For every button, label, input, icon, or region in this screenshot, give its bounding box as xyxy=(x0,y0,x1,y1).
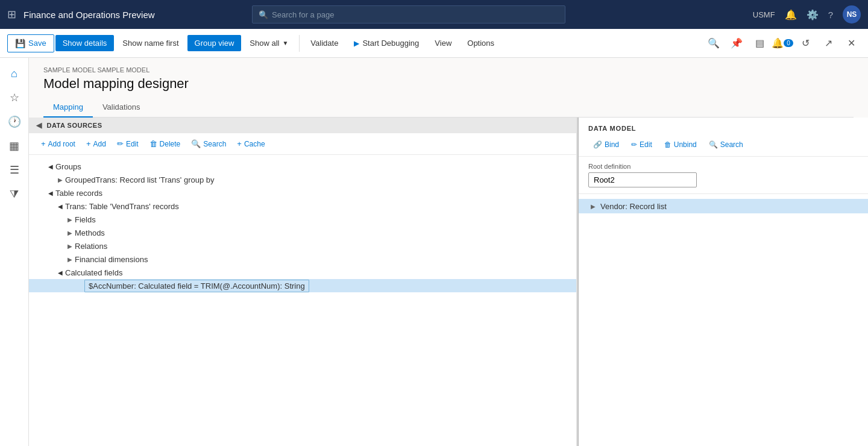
expand-icon-trans: ◀ xyxy=(55,201,65,211)
options-button[interactable]: Options xyxy=(460,35,502,51)
app-title: Finance and Operations Preview xyxy=(24,10,155,20)
toolbar-right: 🔍 📌 ▤ 🔔 0 ↺ ↗ ✕ xyxy=(704,34,861,53)
tree-item-methods[interactable]: ▶ Methods xyxy=(29,226,576,239)
show-all-dropdown[interactable]: Show all ▼ xyxy=(242,35,295,51)
root-definition-section: Root definition xyxy=(579,157,868,194)
page-title: Model mapping designer xyxy=(43,76,854,92)
bind-button[interactable]: 🔗 Bind xyxy=(588,138,624,151)
sidebar-item-favorites[interactable]: ☆ xyxy=(4,87,25,108)
top-nav: ⊞ Finance and Operations Preview 🔍 USMF … xyxy=(0,0,868,29)
data-model-pane: DATA MODEL 🔗 Bind ✏ Edit 🗑 Unbind xyxy=(579,118,868,446)
grid-icon[interactable]: ⊞ xyxy=(7,8,16,21)
user-org[interactable]: USMF xyxy=(753,10,775,19)
tree-item-groups[interactable]: ◀ Groups xyxy=(29,160,576,173)
refresh-button[interactable]: ↺ xyxy=(796,34,815,53)
unbind-button[interactable]: 🗑 Unbind xyxy=(659,138,702,151)
global-search-input[interactable] xyxy=(272,10,559,19)
start-debugging-button[interactable]: ▶ Start Debugging xyxy=(347,35,426,51)
sidebar-item-home[interactable]: ⌂ xyxy=(4,63,25,84)
split-pane: ◀ DATA SOURCES + Add root + Add ✏ Edit xyxy=(29,118,868,446)
tree-item-relations[interactable]: ▶ Relations xyxy=(29,239,576,253)
add-root-button[interactable]: + Add root xyxy=(36,137,80,151)
page-header: SAMPLE MODEL SAMPLE MODEL Model mapping … xyxy=(29,58,868,118)
expand-icon-fields: ▶ xyxy=(65,215,75,224)
cache-icon: + xyxy=(237,139,242,148)
show-all-button[interactable]: Show all ▼ xyxy=(242,35,295,51)
group-view-button[interactable]: Group view xyxy=(187,35,242,51)
dm-tree-item-vendor[interactable]: ▶ Vendor: Record list xyxy=(579,199,868,213)
data-model-toolbar: 🔗 Bind ✏ Edit 🗑 Unbind 🔍 Search xyxy=(579,136,868,157)
bind-icon: 🔗 xyxy=(593,140,602,149)
tab-mapping[interactable]: Mapping xyxy=(43,98,93,118)
panel-icon[interactable]: ▤ xyxy=(750,34,769,53)
content-area: SAMPLE MODEL SAMPLE MODEL Model mapping … xyxy=(29,58,868,446)
tree-item-acc-number[interactable]: $AccNumber: Calculated field = TRIM(@.Ac… xyxy=(29,279,576,292)
breadcrumb: SAMPLE MODEL SAMPLE MODEL xyxy=(43,66,854,74)
expand-icon-groups: ◀ xyxy=(46,162,55,171)
help-icon[interactable]: ? xyxy=(828,10,833,20)
ds-search-icon: 🔍 xyxy=(191,139,201,148)
edit-button[interactable]: ✏ Edit xyxy=(112,137,143,151)
show-details-button[interactable]: Show details xyxy=(55,35,115,51)
bell-icon[interactable]: 🔔 xyxy=(785,9,797,20)
dm-search-button[interactable]: 🔍 Search xyxy=(704,138,748,151)
tree-item-financial-dimensions[interactable]: ▶ Financial dimensions xyxy=(29,253,576,266)
view-button[interactable]: View xyxy=(427,35,459,51)
sidebar-item-list[interactable]: ☰ xyxy=(4,159,25,181)
tree-item-trans[interactable]: ◀ Trans: Table 'VendTrans' records xyxy=(29,199,576,213)
add-root-icon: + xyxy=(41,139,46,148)
expand-icon-grouped-trans: ▶ xyxy=(55,175,65,184)
delete-icon: 🗑 xyxy=(149,139,157,148)
close-button[interactable]: ✕ xyxy=(841,34,861,53)
chevron-down-icon: ▼ xyxy=(282,40,288,46)
tree-item-fields[interactable]: ▶ Fields xyxy=(29,213,576,226)
tab-bar: Mapping Validations xyxy=(43,98,854,118)
settings-icon[interactable]: ⚙️ xyxy=(807,9,819,20)
ds-search-button[interactable]: 🔍 Search xyxy=(186,137,231,151)
dm-edit-icon: ✏ xyxy=(631,140,637,149)
unbind-icon: 🗑 xyxy=(664,140,671,149)
cache-button[interactable]: + Cache xyxy=(232,137,269,151)
expand-icon-vendor: ▶ xyxy=(588,201,598,211)
save-icon: 💾 xyxy=(15,39,25,48)
pane-collapse-button[interactable]: ◀ xyxy=(36,121,42,130)
expand-icon-relations: ▶ xyxy=(65,241,75,251)
save-button[interactable]: 💾 Save xyxy=(7,34,54,52)
sidebar-item-workspaces[interactable]: ▦ xyxy=(4,135,25,157)
tree-item-calculated-fields[interactable]: ◀ Calculated fields xyxy=(29,266,576,279)
expand-icon-acc-number xyxy=(75,281,84,291)
avatar[interactable]: NS xyxy=(843,5,861,24)
tab-validations[interactable]: Validations xyxy=(93,98,150,118)
add-icon: + xyxy=(86,139,91,148)
data-sources-toolbar: + Add root + Add ✏ Edit 🗑 Delete xyxy=(29,133,576,155)
delete-button[interactable]: 🗑 Delete xyxy=(145,137,186,151)
tree-item-grouped-trans[interactable]: ▶ GroupedTrans: Record list 'Trans' grou… xyxy=(29,173,576,186)
root-definition-input[interactable] xyxy=(588,172,697,187)
sidebar: ⌂ ☆ 🕐 ▦ ☰ ⧩ xyxy=(0,58,29,446)
dm-search-icon: 🔍 xyxy=(709,140,718,149)
pane-divider[interactable] xyxy=(577,118,579,446)
show-name-first-button[interactable]: Show name first xyxy=(115,35,186,51)
notification-bell-icon: 🔔 xyxy=(772,37,784,49)
add-button[interactable]: + Add xyxy=(81,137,111,151)
tree-item-table-records[interactable]: ◀ Table records xyxy=(29,186,576,199)
sidebar-filter-icon[interactable]: ⧩ xyxy=(4,183,25,205)
pin-icon[interactable]: 📌 xyxy=(727,34,746,53)
data-sources-tree: ◀ Groups ▶ GroupedTrans: Record list 'Tr… xyxy=(29,155,576,446)
edit-icon: ✏ xyxy=(117,139,124,148)
data-sources-pane: ◀ DATA SOURCES + Add root + Add ✏ Edit xyxy=(29,118,577,446)
notifications-button[interactable]: 🔔 0 xyxy=(773,34,792,53)
data-model-tree: ▶ Vendor: Record list xyxy=(579,194,868,446)
dm-edit-button[interactable]: ✏ Edit xyxy=(626,138,657,151)
separator xyxy=(299,35,300,52)
debug-icon: ▶ xyxy=(354,39,359,48)
search-toolbar-button[interactable]: 🔍 xyxy=(704,34,723,53)
global-search[interactable]: 🔍 xyxy=(252,5,565,24)
expand-icon-calc-fields: ◀ xyxy=(55,268,65,277)
acc-number-label: $AccNumber: Calculated field = TRIM(@.Ac… xyxy=(84,280,309,292)
sidebar-item-recent[interactable]: 🕐 xyxy=(4,111,25,133)
top-nav-right: USMF 🔔 ⚙️ ? NS xyxy=(753,5,861,24)
validate-button[interactable]: Validate xyxy=(303,35,345,51)
external-link-icon[interactable]: ↗ xyxy=(819,34,838,53)
main-toolbar: 💾 Save Show details Show name first Grou… xyxy=(0,29,868,58)
